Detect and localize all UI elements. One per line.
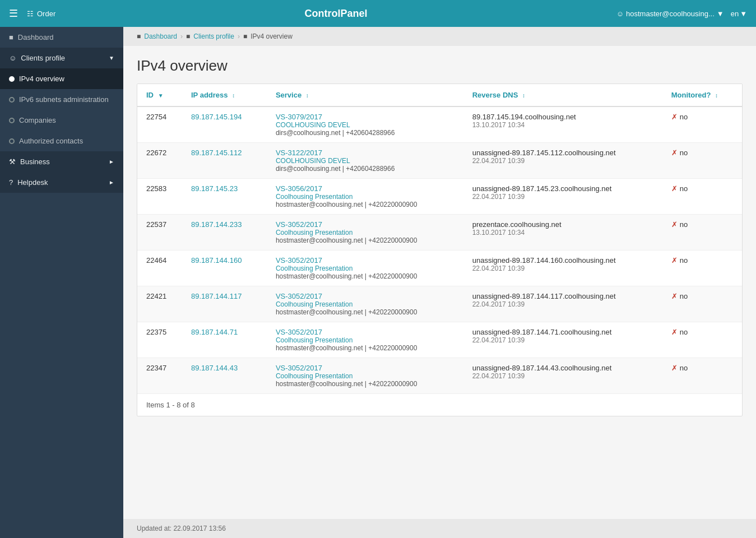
cell-ip: 89.187.144.117 xyxy=(182,286,267,322)
table-row: 22583 89.187.145.23 VS-3056/2017 Coolhou… xyxy=(137,179,742,215)
ip-link[interactable]: 89.187.144.233 xyxy=(191,220,242,229)
sidebar-item-label: Clients profile xyxy=(21,54,65,62)
ip-link[interactable]: 89.187.145.194 xyxy=(191,113,242,121)
ip-link[interactable]: 89.187.144.43 xyxy=(191,364,238,372)
service-contact: dirs@coolhousing.net | +420604288966 xyxy=(276,165,454,173)
reverse-dns-date: 13.10.2017 10:34 xyxy=(472,229,653,236)
cell-id: 22754 xyxy=(137,106,182,143)
chevron-down-icon: ▼ xyxy=(109,55,114,61)
question-icon: ? xyxy=(9,178,13,187)
sidebar-item-label: Helpdesk xyxy=(17,178,48,187)
no-cross-icon: ✗ xyxy=(671,149,678,157)
sidebar-item-companies[interactable]: Companies xyxy=(0,110,123,131)
service-id-link[interactable]: VS-3052/2017 xyxy=(276,328,454,336)
reverse-dns-date: 13.10.2017 10:34 xyxy=(472,121,653,129)
ip-link[interactable]: 89.187.144.160 xyxy=(191,256,242,265)
service-id-link[interactable]: VS-3052/2017 xyxy=(276,364,454,372)
table-row: 22421 89.187.144.117 VS-3052/2017 Coolho… xyxy=(137,286,742,322)
app-title: ControlPanel xyxy=(55,8,616,20)
cell-reverse-dns: unassigned-89.187.144.43.coolhousing.net… xyxy=(463,358,662,394)
reverse-dns-main: unassigned-89.187.145.112.coolhousing.ne… xyxy=(472,149,653,157)
cell-service: VS-3052/2017 Coolhousing Presentation ho… xyxy=(267,251,463,286)
sidebar-item-ipv4-overview[interactable]: IPv4 overview xyxy=(0,68,123,89)
dot-icon xyxy=(9,76,15,82)
service-contact: hostmaster@coolhousing.net | +4202200009… xyxy=(276,272,454,280)
cell-reverse-dns: unassigned-89.187.145.23.coolhousing.net… xyxy=(463,179,662,215)
chevron-right-icon: ► xyxy=(109,159,114,165)
reverse-dns-main: unassigned-89.187.144.117.coolhousing.ne… xyxy=(472,292,653,300)
no-cross-icon: ✗ xyxy=(671,113,678,121)
breadcrumb-dashboard[interactable]: Dashboard xyxy=(144,33,177,40)
cell-ip: 89.187.145.194 xyxy=(182,106,267,143)
service-company: COOLHOUSING DEVEL xyxy=(276,157,454,165)
cell-ip: 89.187.144.160 xyxy=(182,251,267,286)
hamburger-icon[interactable]: ☰ xyxy=(9,7,18,20)
service-id-link[interactable]: VS-3056/2017 xyxy=(276,184,454,193)
cell-monitored: ✗no xyxy=(662,358,742,394)
ipv4-breadcrumb-icon: ■ xyxy=(243,33,247,40)
cell-monitored: ✗no xyxy=(662,251,742,286)
order-button[interactable]: ☷ Order xyxy=(27,10,55,18)
cell-monitored: ✗no xyxy=(662,143,742,179)
main-content: ■ Dashboard › ■ Clients profile › ■ IPv4… xyxy=(123,27,756,538)
table-row: 22375 89.187.144.71 VS-3052/2017 Coolhou… xyxy=(137,322,742,358)
service-id-link[interactable]: VS-3052/2017 xyxy=(276,220,454,229)
dashboard-icon: ■ xyxy=(9,33,13,41)
col-monitored[interactable]: Monitored? ↕ xyxy=(662,84,742,106)
service-id-link[interactable]: VS-3122/2017 xyxy=(276,149,454,157)
breadcrumb-current: IPv4 overview xyxy=(251,33,293,40)
cell-service: VS-3056/2017 Coolhousing Presentation ho… xyxy=(267,179,463,215)
cell-id: 22464 xyxy=(137,251,182,286)
col-ip-address[interactable]: IP address ↕ xyxy=(182,84,267,106)
table-row: 22464 89.187.144.160 VS-3052/2017 Coolho… xyxy=(137,251,742,286)
cell-ip: 89.187.145.112 xyxy=(182,143,267,179)
cell-service: VS-3122/2017 COOLHOUSING DEVEL dirs@cool… xyxy=(267,143,463,179)
reverse-dns-date: 22.04.2017 10:39 xyxy=(472,193,653,201)
language-selector[interactable]: en ▼ xyxy=(731,10,747,18)
service-company: Coolhousing Presentation xyxy=(276,265,454,272)
ipv4-table: ID ▼ IP address ↕ Service ↕ Reverse DNS … xyxy=(137,84,742,393)
user-menu[interactable]: ☺ hostmaster@coolhousing... ▼ xyxy=(616,10,724,18)
cell-reverse-dns: unassigned-89.187.144.71.coolhousing.net… xyxy=(463,322,662,358)
cell-reverse-dns: unassigned-89.187.145.112.coolhousing.ne… xyxy=(463,143,662,179)
service-id-link[interactable]: VS-3052/2017 xyxy=(276,292,454,300)
col-id[interactable]: ID ▼ xyxy=(137,84,182,106)
sidebar-item-helpdesk[interactable]: ? Helpdesk ► xyxy=(0,172,123,193)
dot-icon xyxy=(9,138,15,144)
breadcrumb-sep-1: › xyxy=(180,33,183,40)
breadcrumb-clients-profile[interactable]: Clients profile xyxy=(193,33,234,40)
service-contact: hostmaster@coolhousing.net | +4202200009… xyxy=(276,380,454,388)
table-row: 22672 89.187.145.112 VS-3122/2017 COOLHO… xyxy=(137,143,742,179)
sidebar-item-dashboard[interactable]: ■ Dashboard xyxy=(0,27,123,48)
table-card: ID ▼ IP address ↕ Service ↕ Reverse DNS … xyxy=(137,84,743,416)
service-company: Coolhousing Presentation xyxy=(276,193,454,201)
reverse-dns-main: unassigned-89.187.145.23.coolhousing.net xyxy=(472,184,653,193)
service-id-link[interactable]: VS-3079/2017 xyxy=(276,113,454,121)
sidebar-item-business[interactable]: ⚒ Business ► xyxy=(0,151,123,172)
sidebar: ■ Dashboard ☺ Clients profile ▼ IPv4 ove… xyxy=(0,27,123,538)
service-id-link[interactable]: VS-3052/2017 xyxy=(276,256,454,265)
cell-monitored: ✗no xyxy=(662,179,742,215)
reverse-dns-date: 22.04.2017 10:39 xyxy=(472,157,653,165)
user-icon: ☺ xyxy=(616,10,624,18)
service-contact: hostmaster@coolhousing.net | +4202200009… xyxy=(276,236,454,244)
dot-icon xyxy=(9,118,15,123)
sort-icon-id: ▼ xyxy=(158,92,164,99)
table-row: 22754 89.187.145.194 VS-3079/2017 COOLHO… xyxy=(137,106,742,143)
col-reverse-dns[interactable]: Reverse DNS ↕ xyxy=(463,84,662,106)
sidebar-item-ipv6-subnets[interactable]: IPv6 subnets administration xyxy=(0,89,123,110)
reverse-dns-date: 22.04.2017 10:39 xyxy=(472,300,653,308)
ip-link[interactable]: 89.187.144.71 xyxy=(191,328,238,336)
reverse-dns-main: 89.187.145.194.coolhousing.net xyxy=(472,113,653,121)
cell-id: 22347 xyxy=(137,358,182,394)
nav-left: ☰ ☷ Order xyxy=(9,7,55,20)
ip-link[interactable]: 89.187.144.117 xyxy=(191,292,242,300)
sidebar-item-label: IPv4 overview xyxy=(19,75,64,83)
col-service[interactable]: Service ↕ xyxy=(267,84,463,106)
ip-link[interactable]: 89.187.145.23 xyxy=(191,184,238,193)
sidebar-item-authorized-contacts[interactable]: Authorized contacts xyxy=(0,131,123,151)
ip-link[interactable]: 89.187.145.112 xyxy=(191,149,242,157)
sidebar-item-clients-profile[interactable]: ☺ Clients profile ▼ xyxy=(0,48,123,68)
breadcrumb: ■ Dashboard › ■ Clients profile › ■ IPv4… xyxy=(123,27,756,46)
cell-ip: 89.187.144.233 xyxy=(182,215,267,251)
